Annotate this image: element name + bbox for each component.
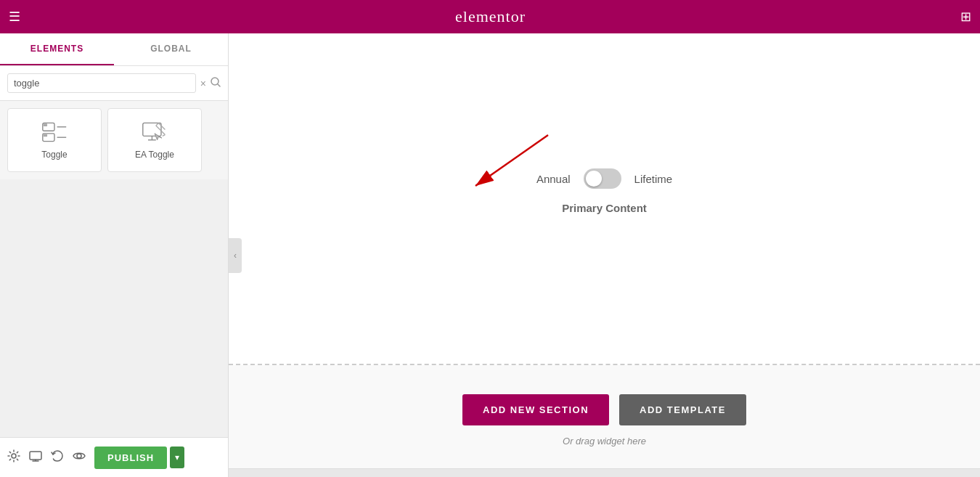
hamburger-icon[interactable]: ☰ bbox=[9, 9, 20, 25]
sidebar-tabs: ELEMENTS GLOBAL bbox=[0, 33, 228, 66]
lifetime-label: Lifetime bbox=[634, 173, 673, 185]
sidebar-bottom: PUBLISH ▾ bbox=[0, 437, 228, 477]
svg-line-11 bbox=[156, 126, 166, 135]
main-area: ELEMENTS GLOBAL × bbox=[0, 33, 980, 477]
svg-point-15 bbox=[12, 454, 16, 458]
svg-rect-7 bbox=[44, 134, 47, 136]
svg-rect-8 bbox=[143, 123, 161, 136]
widget-toggle[interactable]: Toggle bbox=[7, 108, 102, 172]
canvas-scrollbar[interactable] bbox=[229, 468, 980, 477]
collapse-sidebar-handle[interactable]: ‹ bbox=[229, 238, 242, 273]
search-bar: × bbox=[0, 66, 228, 101]
add-section-area: ADD NEW SECTION ADD TEMPLATE Or drag wid… bbox=[229, 365, 980, 468]
add-new-section-button[interactable]: ADD NEW SECTION bbox=[462, 394, 609, 425]
toggle-widget-icon bbox=[41, 121, 68, 145]
undo-icon[interactable] bbox=[51, 449, 64, 466]
preview-icon[interactable] bbox=[73, 449, 86, 466]
grid-icon[interactable]: ⊞ bbox=[960, 9, 971, 25]
add-buttons-row: ADD NEW SECTION ADD TEMPLATE bbox=[462, 394, 746, 425]
svg-line-1 bbox=[218, 84, 220, 86]
svg-line-13 bbox=[163, 134, 166, 136]
sidebar-fill bbox=[0, 179, 228, 437]
top-header: ☰ elementor ⊞ bbox=[0, 0, 980, 33]
tab-elements[interactable]: ELEMENTS bbox=[0, 33, 114, 65]
annual-label: Annual bbox=[536, 173, 571, 185]
collapse-icon: ‹ bbox=[234, 250, 237, 261]
tab-global[interactable]: GLOBAL bbox=[114, 33, 228, 65]
widget-ea-toggle[interactable]: EA Toggle bbox=[107, 108, 202, 172]
primary-content-label: Primary Content bbox=[562, 202, 647, 214]
svg-rect-16 bbox=[30, 452, 41, 460]
toggle-section: Annual Lifetime Primary Content bbox=[229, 33, 980, 364]
ea-toggle-widget-icon bbox=[142, 121, 168, 145]
settings-icon[interactable] bbox=[7, 449, 20, 466]
device-icon[interactable] bbox=[29, 449, 42, 466]
search-icon[interactable] bbox=[211, 77, 221, 89]
svg-point-19 bbox=[77, 454, 81, 458]
toggle-switch[interactable] bbox=[584, 168, 621, 189]
svg-rect-6 bbox=[44, 123, 47, 126]
canvas-area: ‹ Annual Lifetime Primary Content bbox=[229, 33, 980, 477]
publish-dropdown-button[interactable]: ▾ bbox=[170, 447, 184, 468]
publish-button[interactable]: PUBLISH bbox=[94, 447, 167, 469]
toggle-row: Annual Lifetime bbox=[536, 168, 672, 189]
search-input[interactable] bbox=[7, 73, 196, 93]
sidebar: ELEMENTS GLOBAL × bbox=[0, 33, 229, 477]
drag-hint-text: Or drag widget here bbox=[563, 436, 646, 447]
widget-ea-toggle-label: EA Toggle bbox=[135, 150, 174, 160]
search-clear-icon[interactable]: × bbox=[200, 78, 206, 89]
add-template-button[interactable]: ADD TEMPLATE bbox=[619, 394, 746, 425]
elementor-logo: elementor bbox=[455, 7, 526, 26]
widgets-grid: Toggle bbox=[0, 101, 228, 179]
widget-toggle-label: Toggle bbox=[41, 150, 67, 160]
